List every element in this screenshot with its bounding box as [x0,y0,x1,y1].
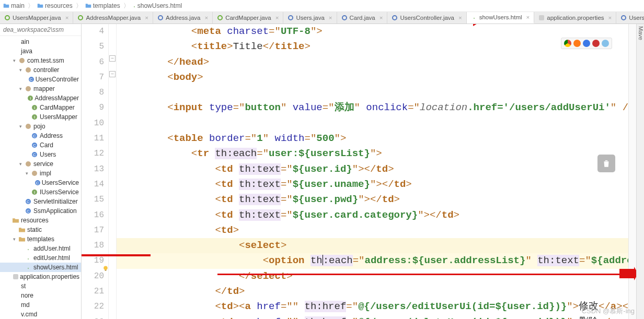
tree-node-nore[interactable]: nore [0,291,81,300]
opera-icon[interactable] [592,40,600,47]
safari-icon[interactable] [583,40,590,47]
code-line-8[interactable] [117,85,628,100]
tree-node-Address[interactable]: CAddress [0,131,81,140]
tree-twisty[interactable]: ▾ [18,67,23,73]
tree-node-showUsers-html[interactable]: ⬪showUsers.html [0,263,81,272]
code-line-23[interactable]: <td><a href="" th:href="@{/users/deleteU… [117,315,628,319]
close-icon[interactable]: × [275,15,279,21]
tree-node-controller[interactable]: ▾controller [0,65,81,75]
breadcrumb-item-file[interactable]: ⬪showUsers.html [133,2,182,9]
tree-node-UsersMapper[interactable]: IUsersMapper [0,112,81,122]
code-line-14[interactable]: <td th:text="${user.uname}"></td> [117,177,628,192]
breadcrumb-item-templates[interactable]: templates [85,2,120,9]
line-number: 17 [82,223,104,238]
tab-AddressMapper-java[interactable]: AddressMapper.java× [73,12,153,23]
tab-showUsers-html[interactable]: ⬪showUsers.html× [467,12,535,23]
code-line-16[interactable]: <td th:text="${user.card.category}"></td… [117,208,628,223]
tab-Users-java[interactable]: Users.java× [283,12,337,23]
line-number: 8 [82,85,104,100]
tab-application-properties[interactable]: application.properties× [534,12,616,23]
tab-CardMapper-java[interactable]: CardMapper.java× [213,12,283,23]
code-line-12[interactable]: <tr th:each="user:${usersList}"> [117,146,628,161]
tab-UsersService-java[interactable]: UsersService.java× [616,12,644,23]
tree-node-CardMapper[interactable]: ICardMapper [0,103,81,112]
tree-node-IUsersService[interactable]: IIUsersService [0,187,81,197]
tree-node-UsersController[interactable]: CUsersController [0,75,81,84]
breadcrumb-item-resources[interactable]: resources [37,2,73,9]
code-line-6[interactable]: </head> [117,55,628,70]
tab-UsersMapper-java[interactable]: UsersMapper.java× [0,12,73,23]
tree-node-templates[interactable]: ▾templates [0,234,81,244]
code-line-17[interactable]: <td> [117,223,628,238]
tree-node-pojo[interactable]: ▾pojo [0,122,81,131]
tree-twisty[interactable]: ▾ [18,86,23,91]
code-line-5[interactable]: <title>Title</title> [117,39,628,54]
code-line-15[interactable]: <td th:text="${user.pwd}"></td> [117,192,628,207]
tree-node-ServletInitializer[interactable]: CServletInitializer [0,197,81,206]
html-file-icon: ⬪ [471,14,477,20]
cls-icon: C [25,208,32,214]
firefox-icon[interactable] [573,40,581,47]
code-line-11[interactable]: <table border="1" width="500"> [117,131,628,146]
cls-icon: C [31,143,38,148]
tree-node-Users[interactable]: CUsers [0,150,81,159]
tree-node-impl[interactable]: ▾impl [0,169,81,178]
code-line-10[interactable] [117,116,628,131]
code-line-20[interactable]: </select> [117,269,628,284]
intention-bulb-icon[interactable] [102,265,109,271]
project-tree[interactable]: ainjava▾com.test.ssm▾controllerCUsersCon… [0,36,81,319]
tree-node-label: resources [21,217,49,224]
tree-node-editUser-html[interactable]: ⬪editUser.html [0,253,81,263]
close-icon[interactable]: × [329,15,332,21]
tree-node-com-test-ssm[interactable]: ▾com.test.ssm [0,56,81,65]
tree-node-AddressMapper[interactable]: IAddressMapper [0,93,81,103]
tree-node-static[interactable]: static [0,225,81,234]
fold-marker[interactable]: – [109,55,116,62]
tree-node-Card[interactable]: CCard [0,140,81,150]
tree-node-st[interactable]: st [0,281,81,291]
tree-node-service[interactable]: ▾service [0,159,81,169]
tab-Address-java[interactable]: Address.java× [153,12,213,23]
code-editor[interactable]: 4567891011121314151617181920212223 – – <… [82,24,636,319]
code-line-4[interactable]: <meta charset="UTF-8"> [117,24,628,39]
fold-marker[interactable]: – [109,71,116,77]
tab-Card-java[interactable]: Card.java× [337,12,388,23]
tree-node-md[interactable]: md [0,300,81,310]
tab-UsersController-java[interactable]: UsersController.java× [387,12,466,23]
code-line-18[interactable]: <select> [117,238,628,253]
maven-tool-button[interactable]: Mave [636,24,644,319]
code-line-22[interactable]: <td><a href="" th:href="@{/users/editUse… [117,299,628,314]
close-icon[interactable]: × [526,14,530,20]
trash-icon[interactable] [597,155,615,172]
close-icon[interactable]: × [608,15,612,21]
tree-twisty[interactable]: ▾ [12,237,17,242]
close-icon[interactable]: × [458,15,462,21]
tree-node-UsersService[interactable]: CUsersService [0,178,81,187]
tree-node-ain[interactable]: ain [0,37,81,46]
tree-twisty[interactable]: ▾ [18,124,23,129]
tree-node-resources[interactable]: resources [0,216,81,225]
tree-node-SsmApplication[interactable]: CSsmApplication [0,206,81,216]
close-icon[interactable]: × [145,15,148,21]
code-line-7[interactable]: <body> [117,70,628,85]
code-line-19[interactable]: <option th:each="address:${user.addressL… [117,253,628,268]
tree-node-addUser-html[interactable]: ⬪addUser.html [0,244,81,253]
close-icon[interactable]: × [65,15,69,21]
tree-node-mapper[interactable]: ▾mapper [0,84,81,93]
code-line-13[interactable]: <td th:text="${user.id}"></td> [117,162,628,177]
breadcrumb-item-main[interactable]: main [3,2,25,9]
close-icon[interactable]: × [380,15,383,21]
tree-twisty[interactable]: ▾ [18,161,23,167]
tree-node-v-cmd[interactable]: v.cmd [0,310,81,319]
tree-twisty[interactable]: ▾ [12,58,17,63]
edge-icon[interactable] [602,40,609,47]
tree-node-label: pojo [33,123,45,130]
tree-node-java[interactable]: java [0,46,81,56]
tree-twisty[interactable]: ▾ [24,171,29,176]
chrome-icon[interactable] [564,40,571,47]
close-icon[interactable]: × [204,15,208,21]
tree-node-application-properties[interactable]: application.properties [0,272,81,281]
code-line-9[interactable]: <input type="button" value="添加" onclick=… [117,100,628,115]
code-line-21[interactable]: </td> [117,284,628,299]
fold-gutter[interactable]: – – [109,24,117,319]
